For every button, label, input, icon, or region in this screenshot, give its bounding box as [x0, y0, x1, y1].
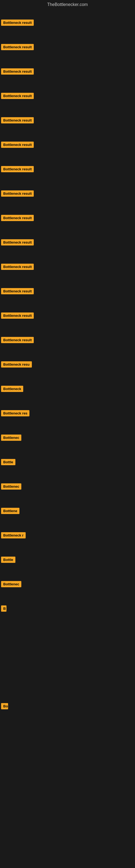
bottleneck-result-label[interactable]: Bottle	[1, 557, 15, 563]
list-item: Bottleneck result	[1, 279, 134, 303]
bottleneck-result-label[interactable]: Bottleneck result	[1, 239, 34, 246]
list-item: Bottle	[1, 547, 134, 572]
list-item: Bottleneck	[1, 376, 134, 401]
bottleneck-result-label[interactable]: Bottleneck result	[1, 20, 34, 26]
list-item	[1, 743, 134, 767]
bottleneck-result-label[interactable]: Bottle	[1, 459, 15, 465]
items-container: Bottleneck resultBottleneck resultBottle…	[0, 10, 135, 792]
bottleneck-result-label[interactable]: Bottleneck result	[1, 68, 34, 74]
bottleneck-result-label[interactable]: Bottleneck result	[1, 44, 34, 50]
list-item: Bottlenec	[1, 572, 134, 596]
bottleneck-result-label[interactable]: Bottleneck result	[1, 142, 34, 148]
list-item: Bottleneck result	[1, 84, 134, 108]
list-item: Bottlenec	[1, 425, 134, 450]
list-item: Bottleneck r	[1, 523, 134, 547]
bottleneck-result-label[interactable]: Bottleneck result	[1, 117, 34, 123]
bottleneck-result-label[interactable]: Bottlenec	[1, 484, 21, 490]
bottleneck-result-label[interactable]: Bottleneck result	[1, 190, 34, 197]
list-item: Bottleneck res	[1, 401, 134, 425]
bottleneck-result-label[interactable]: Bottlene	[1, 508, 19, 514]
list-item: Bottlenec	[1, 474, 134, 499]
bottleneck-result-label[interactable]: Bottleneck result	[1, 93, 34, 99]
bottleneck-result-label[interactable]: Bottleneck result	[1, 215, 34, 221]
bottleneck-result-label[interactable]: Bottleneck	[1, 386, 23, 392]
list-item: Bottleneck result	[1, 59, 134, 84]
bottleneck-result-label[interactable]: Bottlenec	[1, 435, 21, 441]
list-item	[1, 718, 134, 743]
bottleneck-result-label[interactable]: B	[1, 606, 6, 612]
bottleneck-result-label[interactable]: Bottleneck result	[1, 312, 34, 319]
bottleneck-result-label[interactable]: Bottleneck result	[1, 166, 34, 172]
bottleneck-result-label[interactable]: Bottleneck result	[1, 337, 34, 343]
list-item: B	[1, 596, 134, 621]
list-item: Bottleneck result	[1, 230, 134, 254]
bottleneck-result-label[interactable]: Bo	[1, 703, 8, 709]
list-item	[1, 670, 134, 694]
bottleneck-result-label[interactable]: Bottleneck resu	[1, 361, 32, 368]
list-item: Bottleneck result	[1, 328, 134, 352]
bottleneck-result-label[interactable]: Bottlenec	[1, 581, 21, 587]
bottleneck-result-label[interactable]: Bottleneck res	[1, 410, 30, 416]
site-title: TheBottlenecker.com	[0, 0, 135, 10]
list-item: Bottleneck result	[1, 10, 134, 35]
list-item: Bo	[1, 694, 134, 718]
list-item: Bottleneck result	[1, 181, 134, 206]
list-item: Bottlene	[1, 499, 134, 523]
bottleneck-result-label[interactable]: Bottleneck r	[1, 532, 26, 538]
list-item: Bottleneck result	[1, 35, 134, 59]
page-wrapper: TheBottlenecker.com Bottleneck resultBot…	[0, 0, 135, 792]
list-item: Bottleneck result	[1, 108, 134, 132]
list-item: Bottleneck result	[1, 132, 134, 157]
list-item: Bottleneck result	[1, 303, 134, 328]
list-item: Bottleneck result	[1, 206, 134, 230]
list-item	[1, 767, 134, 792]
list-item: Bottle	[1, 450, 134, 474]
list-item: Bottleneck result	[1, 157, 134, 181]
bottleneck-result-label[interactable]: Bottleneck result	[1, 288, 34, 294]
list-item: Bottleneck resu	[1, 352, 134, 376]
bottleneck-result-label[interactable]: Bottleneck result	[1, 264, 34, 270]
list-item: Bottleneck result	[1, 254, 134, 279]
list-item	[1, 621, 134, 645]
list-item	[1, 645, 134, 670]
